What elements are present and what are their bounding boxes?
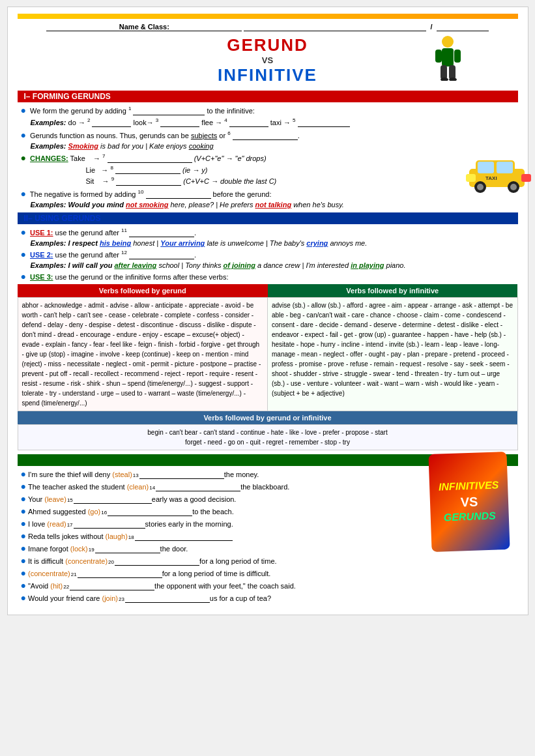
ex7-num: 19 <box>89 547 94 553</box>
sit-note: (C+V+C → double the last C) <box>183 177 276 185</box>
ex1-blank[interactable] <box>139 471 224 479</box>
smoking-example: Smoking <box>68 142 98 150</box>
bullet3: ● <box>21 153 26 163</box>
or-text: or <box>219 132 225 139</box>
ex10-num: 22 <box>63 584 69 590</box>
ex9-num: 21 <box>71 572 77 577</box>
blank3[interactable] <box>160 119 199 127</box>
ex-bullet2: ● <box>21 481 26 491</box>
gerund-noun-text: Gerunds function as nouns. Thus, gerunds… <box>30 132 189 139</box>
use2-label: USE 2: <box>30 251 53 259</box>
ex6-prefix: Reda tells jokes without (laugh) <box>28 532 128 540</box>
use3-line: ● USE 3: use the gerund or the infinitiv… <box>18 271 518 282</box>
col3-content: begin - can't bear - can't stand - conti… <box>18 424 517 450</box>
col3-header: Verbs followed by gerund or infinitive <box>18 411 517 424</box>
use2-example-line: Examples: I will call you after leaving … <box>18 261 518 269</box>
blank5[interactable] <box>298 119 350 127</box>
smoking-text: is bad for you | Kate enjoys <box>100 142 187 150</box>
not-talking: not talking <box>255 201 292 209</box>
ex5-blank[interactable] <box>74 520 145 529</box>
bullet2: ● <box>21 130 26 140</box>
in-playing: in playing <box>351 261 384 269</box>
sup12: 12 <box>121 250 127 255</box>
exercise-block: ● I'm sure the thief will deny (steal) 1… <box>18 469 518 603</box>
form-text1-end: to the infinitive: <box>207 107 254 115</box>
use1-line: ● USE 1: use the gerund after 11 . <box>18 227 518 237</box>
ex3-prefix: Your (leave) <box>28 495 66 503</box>
gerund-noun-line: ● Gerunds function as nouns. Thus, gerun… <box>18 130 518 140</box>
neg-example-line: Examples: Would you mind not smoking her… <box>18 201 518 209</box>
ex10-blank[interactable] <box>70 582 154 590</box>
examples-label1: Examples: <box>31 119 66 126</box>
col2-content: advise (sb.) - allow (sb.) - afford - ag… <box>268 297 518 411</box>
svg-rect-16 <box>466 174 476 182</box>
ex5-suffix: stories early in the morning. <box>145 520 233 528</box>
ex6-num: 18 <box>128 534 134 540</box>
forming-line1: ● We form the gerund by adding 1 to the … <box>18 105 518 115</box>
blank1[interactable] <box>133 107 205 115</box>
sup3: 3 <box>156 117 158 123</box>
blank9[interactable] <box>116 177 181 186</box>
ex-bullet4: ● <box>21 506 26 516</box>
ex11-blank[interactable] <box>125 594 210 603</box>
ex7-suffix: the door. <box>160 545 188 553</box>
ex9-blank[interactable] <box>78 570 162 578</box>
ex6-blank[interactable] <box>135 532 233 541</box>
lie-label: Lie <box>86 166 96 173</box>
ex11-suffix: us for a cup of tea? <box>210 594 271 602</box>
ex1: do → <box>68 119 85 126</box>
blank12[interactable] <box>129 251 194 259</box>
blank6[interactable] <box>233 132 298 140</box>
ex4-num: 16 <box>101 510 107 516</box>
class-field[interactable] <box>437 23 489 31</box>
col2-header: Verbs followed by infinitive <box>268 284 518 298</box>
ex4-suffix: to the beach. <box>192 508 234 516</box>
ex9-prefix: (concentrate) <box>28 570 70 577</box>
use2-ex-label: Examples: I will call you <box>31 261 113 269</box>
use3-text: use the gerund or the infinitive forms a… <box>55 273 229 281</box>
sup9: 9 <box>111 176 114 182</box>
sup7: 7 <box>102 153 105 159</box>
exercise-11: ● Would your friend care (join) 23 us fo… <box>18 592 518 603</box>
use1-text: use the gerund after <box>55 229 119 237</box>
svg-rect-1 <box>442 48 454 66</box>
blank8[interactable] <box>115 166 181 174</box>
use2-ex2: a dance crew | I'm interested <box>257 261 349 269</box>
ex4-blank[interactable] <box>108 508 192 516</box>
blank7[interactable] <box>108 154 192 163</box>
ex2-prefix: The teacher asked the student (clean) <box>28 483 149 491</box>
name-field[interactable] <box>244 23 426 31</box>
ex2-num: 14 <box>149 485 155 491</box>
ex10-prefix: "Avoid (hit) <box>28 582 63 590</box>
sup4: 4 <box>224 117 227 123</box>
name-label: Name & Class: <box>46 23 242 31</box>
ex2: look→ <box>134 119 154 126</box>
cooking-example: cooking <box>189 142 214 150</box>
sup1: 1 <box>128 106 131 111</box>
use1-example-line: Examples: I respect his being honest | Y… <box>18 239 518 247</box>
blank11[interactable] <box>129 229 194 237</box>
ex1-prefix: I'm sure the thief will deny (steal) <box>28 471 132 478</box>
ex8-blank[interactable] <box>115 557 199 566</box>
col1-header: Verbs followed by gerund <box>18 284 268 298</box>
ex4: taxi → <box>270 119 291 126</box>
svg-rect-5 <box>449 65 455 80</box>
svg-rect-2 <box>435 50 442 63</box>
use1-label: USE 1: <box>30 229 53 237</box>
top-bar <box>18 14 518 19</box>
page: Name & Class: / GERUND VS INFINITIVE I– … <box>7 7 528 615</box>
use2-line: ● USE 2: use the gerund after 12 . <box>18 249 518 259</box>
sup6: 6 <box>227 130 230 136</box>
ex11-num: 23 <box>119 596 124 602</box>
exercise-9: ● (concentrate) 21 for a long period of … <box>18 568 518 578</box>
ex7-blank[interactable] <box>95 545 160 553</box>
changes-line: ● CHANGES: Take → 7 (V+C+"e" → "e" drops… <box>18 153 518 163</box>
ex2-blank[interactable] <box>156 483 240 491</box>
ex10-suffix: the opponent with your feet," the coach … <box>154 582 296 590</box>
ex3-blank[interactable] <box>74 495 152 504</box>
changes-label: CHANGES: <box>30 154 68 162</box>
blank10[interactable] <box>146 190 211 199</box>
blank2[interactable] <box>92 119 131 127</box>
bullet1: ● <box>21 105 26 115</box>
blank4[interactable] <box>229 119 268 127</box>
